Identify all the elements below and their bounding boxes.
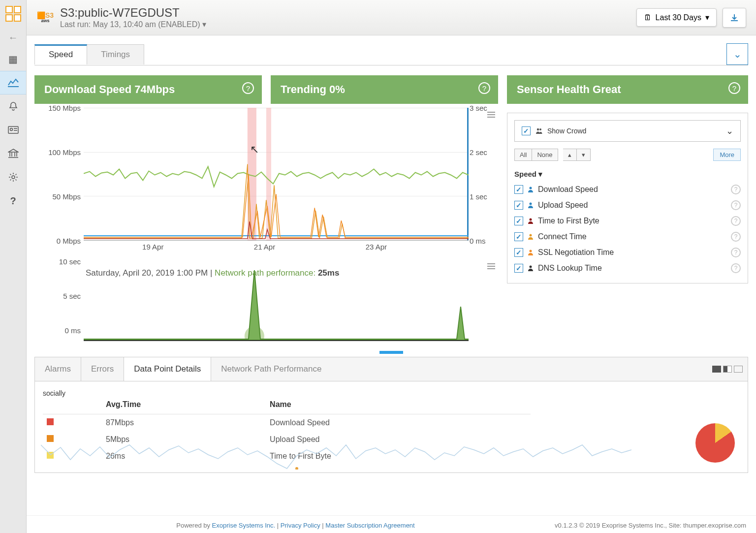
legend-item[interactable]: Time to First Byte ?	[514, 213, 741, 229]
select-all-button[interactable]: All	[514, 149, 532, 161]
download-speed-panel: Download Speed 74Mbps ?	[34, 75, 262, 104]
gear-icon[interactable]	[0, 165, 26, 189]
data-point-details-panel: socially Avg.Time Name 87Mbps Download S…	[34, 381, 748, 473]
svg-point-23	[530, 266, 532, 268]
table-row[interactable]: 26ms Time to First Byte	[43, 448, 531, 465]
checkbox-icon	[514, 248, 523, 257]
legend-item[interactable]: SSL Negotiation Time ?	[514, 245, 741, 260]
tab-data-point-details[interactable]: Data Point Details	[124, 357, 211, 381]
help-icon[interactable]: ?	[731, 200, 741, 210]
checkbox-icon	[514, 217, 523, 225]
move-down-button[interactable]: ▾	[577, 149, 591, 161]
legend-panel: Show Crowd ⌄ All None ▴ ▾ More Speed ▾	[507, 113, 748, 283]
date-range-button[interactable]: 🗓 Last 30 Days ▾	[636, 8, 717, 27]
expand-panel-button[interactable]: ⌄	[726, 43, 748, 65]
person-icon	[527, 186, 534, 193]
show-crowd-toggle[interactable]: Show Crowd ⌄	[514, 120, 741, 142]
person-icon	[527, 218, 534, 224]
cell-name: Download Speed	[266, 414, 531, 432]
person-icon	[527, 265, 534, 272]
id-card-icon[interactable]	[0, 118, 26, 142]
person-icon	[527, 233, 534, 240]
svg-marker-15	[84, 270, 469, 340]
legend-group-header[interactable]: Speed ▾	[507, 167, 748, 182]
chevron-down-icon: ▾	[202, 20, 206, 29]
legend-item[interactable]: Upload Speed ?	[514, 197, 741, 213]
help-icon[interactable]: ?	[731, 248, 741, 257]
svg-point-24	[295, 467, 298, 470]
chart-menu-icon[interactable]	[487, 112, 495, 118]
series-color-icon	[47, 418, 54, 425]
chevron-down-icon: ⌄	[733, 48, 742, 60]
table-row[interactable]: 87Mbps Download Speed	[43, 414, 531, 432]
speed-chart[interactable]: 150 Mbps 100 Mbps 50 Mbps 0 Mbps 3 sec 2…	[34, 108, 498, 255]
back-icon[interactable]: ←	[0, 28, 26, 47]
legend-label: Upload Speed	[538, 201, 588, 210]
legend-item[interactable]: DNS Lookup Time ?	[514, 260, 741, 276]
tab-speed[interactable]: Speed	[34, 44, 87, 64]
tab-errors[interactable]: Errors	[81, 357, 124, 381]
checkbox-icon	[514, 264, 523, 273]
svg-point-17	[539, 128, 541, 130]
select-none-button[interactable]: None	[532, 149, 558, 161]
left-nav-rail: ← ▦ ?	[0, 0, 27, 533]
download-button[interactable]	[723, 8, 746, 28]
app-logo[interactable]	[0, 0, 26, 28]
footer: Powered by Exoprise Systems Inc. | Priva…	[27, 515, 756, 533]
col-avg-time: Avg.Time	[102, 397, 266, 414]
series-color-icon	[47, 435, 54, 442]
dashboard-icon[interactable]: ▦	[0, 47, 26, 71]
svg-point-20	[530, 219, 532, 221]
checkbox-icon	[514, 232, 523, 241]
legend-label: Time to First Byte	[538, 217, 599, 225]
help-icon[interactable]: ?	[731, 232, 741, 242]
resize-handle[interactable]	[379, 351, 403, 354]
help-icon[interactable]: ?	[731, 263, 741, 273]
svg-point-11	[12, 176, 15, 179]
chevron-down-icon: ⌄	[726, 125, 733, 136]
help-icon[interactable]: ?	[0, 189, 26, 213]
view-mode-switch[interactable]	[712, 357, 748, 381]
series-color-icon	[47, 452, 54, 459]
legend-label: Connect Time	[538, 232, 587, 241]
move-up-button[interactable]: ▴	[563, 149, 577, 161]
cell-avg: 87Mbps	[102, 414, 266, 432]
footer-version: v0.1.2.3 © 2019 Exoprise Systems Inc., S…	[555, 522, 746, 529]
legend-item[interactable]: Connect Time ?	[514, 229, 741, 245]
help-icon[interactable]: ?	[728, 82, 740, 94]
help-icon[interactable]: ?	[731, 216, 741, 226]
person-icon	[527, 202, 534, 209]
legend-item[interactable]: Download Speed ?	[514, 182, 741, 197]
bell-icon[interactable]	[0, 94, 26, 118]
last-run-label[interactable]: Last run: May 13, 10:40 am (ENABLED) ▾	[60, 20, 630, 29]
privacy-link[interactable]: Privacy Policy	[281, 522, 320, 529]
download-icon	[730, 13, 739, 22]
legend-label: SSL Negotiation Time	[538, 248, 614, 257]
chart-tooltip: Saturday, April 20, 2019 1:00 PM | Netwo…	[86, 268, 339, 278]
legend-label: Download Speed	[538, 185, 598, 194]
company-link[interactable]: Exoprise Systems Inc.	[212, 522, 276, 529]
cell-avg: 5Mbps	[102, 431, 266, 448]
calendar-icon: 🗓	[644, 13, 652, 22]
network-path-chart[interactable]: 10 sec 5 sec 0 ms Saturday, April 20, 20…	[34, 261, 498, 345]
bottom-tabset: Alarms Errors Data Point Details Network…	[34, 357, 748, 381]
tab-alarms[interactable]: Alarms	[35, 357, 81, 381]
tab-network-path[interactable]: Network Path Performance	[211, 357, 331, 381]
checkbox-icon	[514, 201, 523, 210]
charts-icon[interactable]	[0, 71, 26, 94]
svg-point-22	[530, 250, 532, 252]
help-icon[interactable]: ?	[242, 82, 254, 94]
people-icon	[536, 127, 542, 134]
chart-menu-icon[interactable]	[487, 263, 495, 269]
table-row[interactable]: 5Mbps Upload Speed	[43, 431, 531, 448]
svg-point-2	[10, 128, 12, 131]
msa-link[interactable]: Master Subscription Agreement	[325, 522, 414, 529]
help-icon[interactable]: ?	[731, 185, 741, 194]
bank-icon[interactable]	[0, 142, 26, 165]
col-name: Name	[266, 397, 531, 414]
help-icon[interactable]: ?	[478, 82, 490, 94]
tab-timings[interactable]: Timings	[87, 44, 144, 64]
more-button[interactable]: More	[713, 149, 741, 161]
svg-point-19	[530, 203, 532, 205]
trending-panel: Trending 0% ?	[271, 75, 498, 104]
